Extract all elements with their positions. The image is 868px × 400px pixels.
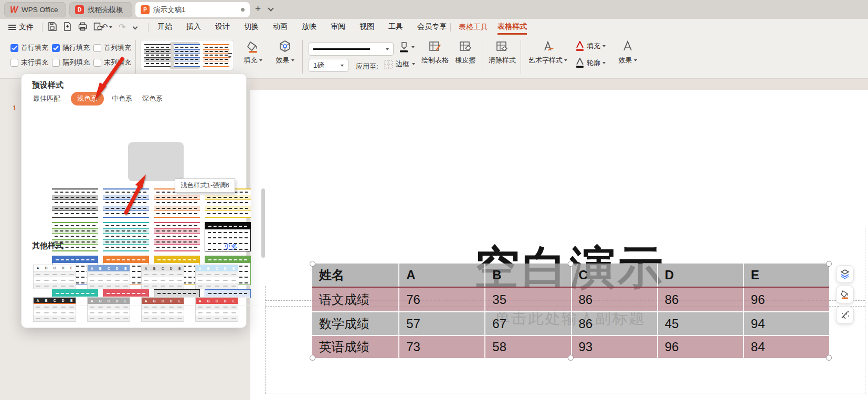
ribbon-tab-9[interactable]: 工具 [388, 22, 403, 31]
slide-table[interactable]: 姓名ABCDE语文成绩7635868696数学成绩5767864594英语成绩7… [312, 264, 829, 358]
selection-handle-bottom-right[interactable] [826, 355, 832, 361]
ribbon-tab-1[interactable]: 开始 [157, 22, 172, 31]
ribbon-tab-3[interactable]: 设计 [215, 22, 230, 31]
checkbox-box[interactable] [93, 44, 101, 52]
ribbon-tab-7[interactable]: 审阅 [331, 22, 345, 31]
selection-handle-bottom-left[interactable] [310, 355, 315, 361]
table-cell[interactable]: 96 [743, 288, 829, 311]
wordart-style-button[interactable]: 艺术字样式 [526, 40, 570, 65]
ribbon-tab-5[interactable]: 动画 [273, 22, 288, 31]
table-cell[interactable]: 45 [657, 312, 743, 335]
table-header-cell[interactable]: C [571, 264, 657, 287]
text-fill-button[interactable]: 填充 [575, 41, 606, 51]
more-commands-chevron-icon[interactable] [133, 25, 138, 30]
selection-handle-top-right[interactable] [826, 261, 832, 267]
tab-document[interactable]: P 演示文稿1 [135, 2, 250, 17]
other-style-thumb[interactable]: ABCDE [141, 265, 184, 289]
draw-table-button[interactable]: 绘制表格 [420, 40, 450, 65]
other-style-thumb[interactable]: ABCDE [33, 297, 76, 322]
checkbox-隔行填充[interactable]: 隔行填充 [52, 43, 90, 52]
eraser-button[interactable]: 橡皮擦 [452, 40, 479, 65]
panel-tab-中色系[interactable]: 中色系 [112, 94, 132, 103]
selection-handle-top-left[interactable] [310, 261, 315, 267]
preset-style-thumb[interactable] [52, 188, 98, 218]
tab-table-style[interactable]: 表格样式 [497, 19, 527, 35]
fill-button[interactable]: 填充 [239, 40, 267, 65]
panel-tab-最佳匹配[interactable]: 最佳匹配 [33, 94, 60, 103]
redo-icon[interactable]: ↷ [119, 22, 125, 32]
other-style-thumb[interactable]: ABCDE [87, 297, 130, 322]
table-header-cell[interactable]: A [398, 264, 484, 287]
checkbox-首列填充[interactable]: 首列填充 [93, 43, 131, 52]
ribbon-tab-6[interactable]: 放映 [302, 22, 316, 31]
ribbon-tab-8[interactable]: 视图 [359, 22, 374, 31]
selection-handle-bottom-center[interactable] [568, 355, 574, 361]
effect-button[interactable]: 效果 [271, 40, 299, 65]
table-cell[interactable]: 94 [743, 312, 829, 335]
gallery-style-thumb[interactable] [174, 44, 200, 67]
undo-button[interactable]: ↶ [101, 22, 112, 32]
print-icon[interactable] [78, 22, 88, 31]
gallery-more-button[interactable] [225, 40, 234, 71]
file-menu[interactable]: 文件 [8, 23, 34, 32]
checkbox-box[interactable] [52, 44, 60, 52]
table-cell[interactable]: 语文成绩 [312, 288, 398, 311]
more-styles-link[interactable]: 更多 [224, 242, 238, 251]
checkbox-box[interactable] [52, 59, 60, 67]
table-cell[interactable]: 73 [398, 336, 484, 358]
table-cell[interactable]: 93 [571, 336, 657, 358]
preset-style-thumb[interactable] [103, 222, 149, 251]
preset-style-thumb[interactable] [103, 188, 149, 218]
clear-style-button[interactable]: 清除样式 [487, 40, 517, 65]
tab-docer-templates[interactable]: D 找稻壳模板 [69, 2, 132, 17]
border-button[interactable]: 边框 [384, 59, 415, 69]
table-cell[interactable]: 86 [657, 288, 743, 311]
selection-handle-top-center[interactable] [568, 261, 574, 267]
ribbon-tab-10[interactable]: 会员专享 [417, 22, 447, 31]
checkbox-box[interactable] [93, 59, 101, 67]
gallery-style-thumb[interactable] [144, 44, 171, 67]
text-effect-button[interactable]: 效果 [613, 40, 642, 65]
checkbox-末行填充[interactable]: 末行填充 [10, 58, 48, 67]
other-style-thumb[interactable]: ABCDE [141, 297, 184, 322]
layer-order-button[interactable] [836, 265, 854, 283]
panel-scrollbar[interactable] [261, 188, 265, 258]
table-cell[interactable]: 35 [484, 288, 570, 311]
preset-style-thumb[interactable] [154, 188, 200, 218]
ribbon-tab-2[interactable]: 插入 [186, 22, 201, 31]
ribbon-tab-4[interactable]: 切换 [244, 22, 259, 31]
quick-tools-button[interactable] [836, 306, 854, 324]
text-outline-button[interactable]: 轮廓 [575, 58, 606, 68]
table-header-cell[interactable]: E [743, 264, 829, 287]
table-cell[interactable]: 86 [571, 288, 657, 311]
panel-tab-浅色系[interactable]: 浅色系 [71, 92, 104, 106]
table-cell[interactable]: 英语成绩 [312, 336, 398, 358]
table-cell[interactable]: 58 [484, 336, 570, 358]
table-cell[interactable]: 67 [484, 312, 570, 335]
other-style-thumb[interactable]: ABCDE [33, 265, 76, 289]
other-style-thumb[interactable]: ABCDE [87, 265, 130, 289]
panel-tab-深色系[interactable]: 深色系 [142, 94, 163, 103]
line-style-select[interactable] [309, 43, 394, 56]
save-icon[interactable] [47, 22, 57, 31]
checkbox-末列填充[interactable]: 末列填充 [93, 58, 131, 67]
checkbox-box[interactable] [10, 44, 18, 52]
table-cell[interactable]: 86 [571, 312, 657, 335]
preset-style-thumb[interactable] [205, 188, 251, 218]
table-cell[interactable]: 76 [398, 288, 484, 311]
table-cell[interactable]: 84 [743, 336, 829, 358]
tab-list-chevron-icon[interactable] [268, 5, 273, 11]
tab-table-tools[interactable]: 表格工具 [459, 23, 488, 32]
pen-color-button[interactable] [398, 41, 415, 54]
checkbox-box[interactable] [10, 59, 18, 67]
checkbox-隔列填充[interactable]: 隔列填充 [52, 58, 90, 67]
tab-wps-office[interactable]: W WPS Office [4, 2, 66, 17]
new-tab-button[interactable]: + [255, 3, 261, 15]
checkbox-首行填充[interactable]: 首行填充 [10, 43, 48, 52]
preset-style-thumb-selected[interactable] [154, 222, 200, 251]
export-icon[interactable] [62, 22, 72, 31]
table-header-cell[interactable]: D [657, 264, 743, 287]
table-header-cell[interactable]: 姓名 [312, 264, 398, 287]
table-cell[interactable]: 57 [398, 312, 484, 335]
table-cell[interactable]: 数学成绩 [312, 312, 398, 335]
